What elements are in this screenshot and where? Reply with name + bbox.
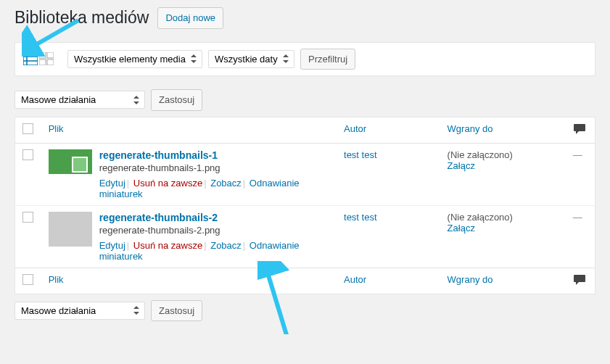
page-title: Biblioteka mediów	[15, 8, 149, 28]
column-author-header[interactable]: Autor	[344, 123, 366, 134]
list-view-icon[interactable]	[22, 51, 38, 66]
comment-icon	[573, 274, 586, 288]
add-new-button[interactable]: Dodaj nowe	[157, 7, 223, 29]
attach-link[interactable]: Załącz	[448, 160, 475, 171]
edit-link[interactable]: Edytuj	[99, 240, 125, 251]
row-checkbox[interactable]	[22, 149, 33, 160]
select-all-checkbox-bottom[interactable]	[22, 274, 33, 285]
file-name-text: regenerate-thumbnails-2.png	[99, 225, 329, 236]
bulk-actions-select-top[interactable]: Masowe działania	[15, 91, 145, 109]
column-uploaded-footer[interactable]: Wgrany do	[448, 274, 493, 285]
filter-button[interactable]: Przefiltruj	[300, 49, 355, 70]
apply-button-top[interactable]: Zastosuj	[151, 89, 202, 111]
table-row: regenerate-thumbnails-1 regenerate-thumb…	[15, 143, 595, 205]
svg-rect-5	[47, 52, 54, 58]
date-select[interactable]: Wszystkie daty	[208, 50, 294, 68]
comments-dash: —	[573, 149, 582, 160]
thumbnail[interactable]	[49, 212, 92, 247]
file-name-text: regenerate-thumbnails-1.png	[99, 162, 329, 173]
svg-rect-7	[47, 59, 54, 65]
delete-link[interactable]: Usuń na zawsze	[133, 178, 202, 189]
thumbnail[interactable]	[49, 149, 92, 184]
author-link[interactable]: test test	[344, 212, 377, 223]
view-link[interactable]: Zobacz	[210, 240, 242, 251]
column-author-footer[interactable]: Autor	[344, 274, 366, 285]
not-attached-text: (Nie załączono)	[448, 212, 513, 223]
column-file-header[interactable]: Plik	[49, 123, 64, 134]
comment-icon	[573, 123, 586, 137]
svg-rect-4	[39, 52, 46, 58]
column-uploaded-header[interactable]: Wgrany do	[448, 123, 493, 134]
file-title-link[interactable]: regenerate-thumbnails-2	[99, 212, 329, 223]
delete-link[interactable]: Usuń na zawsze	[133, 240, 202, 251]
select-all-checkbox-top[interactable]	[22, 123, 33, 134]
author-link[interactable]: test test	[344, 149, 377, 160]
view-link[interactable]: Zobacz	[210, 178, 242, 189]
not-attached-text: (Nie załączono)	[448, 149, 513, 160]
apply-button-bottom[interactable]: Zastosuj	[151, 300, 202, 322]
svg-rect-6	[39, 59, 46, 65]
edit-link[interactable]: Edytuj	[99, 178, 125, 189]
table-row: regenerate-thumbnails-2 regenerate-thumb…	[15, 205, 595, 268]
media-table: Plik Autor Wgrany do regenerate-thumbnai…	[15, 117, 595, 294]
grid-view-icon[interactable]	[38, 51, 54, 66]
svg-rect-0	[23, 52, 38, 65]
bulk-actions-select-bottom[interactable]: Masowe działania	[15, 302, 145, 320]
row-checkbox[interactable]	[22, 212, 33, 223]
column-file-footer[interactable]: Plik	[49, 274, 64, 285]
attach-link[interactable]: Załącz	[448, 223, 475, 233]
comments-dash: —	[573, 212, 582, 223]
media-type-select[interactable]: Wszystkie elementy media	[67, 50, 202, 68]
file-title-link[interactable]: regenerate-thumbnails-1	[99, 149, 329, 161]
